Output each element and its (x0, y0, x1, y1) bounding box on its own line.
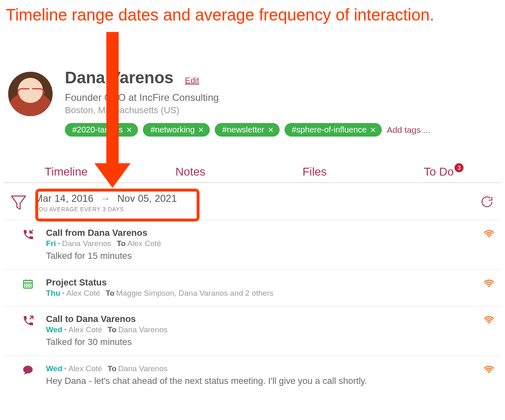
close-icon[interactable]: ✕ (268, 126, 274, 135)
arrow-right-icon: → (101, 193, 110, 204)
tag[interactable]: #newsletter ✕ (215, 123, 279, 137)
timeline-item[interactable]: Project Status Thu•Alex Coté ToMaggie Si… (4, 269, 501, 306)
edit-link[interactable]: Edit (185, 73, 199, 85)
date-range: Mar 14, 2016 → Nov 05, 2021 (34, 193, 471, 204)
item-from: Alex Coté (68, 325, 102, 334)
refresh-icon[interactable] (480, 194, 494, 211)
filter-icon[interactable] (11, 194, 26, 211)
item-day: Wed (46, 325, 62, 334)
todo-badge: 3 (454, 163, 464, 172)
item-to: Dana Varenos (118, 364, 168, 373)
date-start: Mar 14, 2016 (34, 193, 94, 204)
item-from: Dana Varenos (62, 239, 111, 248)
wifi-icon[interactable] (484, 277, 494, 298)
item-from: Alex Coté (66, 289, 100, 297)
timeline-item[interactable]: Call to Dana Varenos Wed•Alex Coté ToDan… (4, 306, 501, 356)
avatar[interactable] (8, 72, 53, 116)
item-title: Call to Dana Varenos (46, 314, 474, 324)
item-to: Alex Coté (127, 239, 161, 248)
item-title: Call from Dana Varenos (46, 228, 474, 238)
item-text: Talked for 15 minutes (46, 251, 474, 261)
chat-icon (22, 363, 36, 386)
wifi-icon[interactable] (484, 363, 494, 386)
item-day: Thu (46, 289, 60, 297)
tag-label: #networking (150, 125, 195, 135)
svg-rect-7 (25, 286, 26, 287)
annotation-text: Timeline range dates and average frequen… (4, 0, 501, 27)
contact-header: Dana Varenos Edit Founder CEO at IncFire… (4, 27, 501, 137)
tab-todo[interactable]: To Do 3 (377, 165, 501, 183)
tag-label: #newsletter (222, 125, 264, 135)
item-text: Talked for 30 minutes (46, 337, 474, 347)
item-from: Alex Coté (68, 364, 102, 373)
svg-rect-5 (27, 284, 28, 285)
annotation-arrow-icon (94, 32, 131, 188)
item-title: Project Status (46, 277, 474, 288)
item-meta: Thu•Alex Coté ToMaggie Simpson, Dana Var… (46, 289, 474, 298)
tag[interactable]: #sphere-of-influence ✕ (285, 123, 382, 137)
item-to-label: To (117, 239, 126, 248)
tag-label: #sphere-of-influence (292, 125, 367, 135)
phone-incoming-icon (22, 228, 36, 261)
svg-rect-4 (25, 284, 26, 285)
calendar-icon (22, 277, 36, 298)
add-tags-link[interactable]: Add tags ... (387, 125, 430, 135)
average-frequency: YOU AVERAGE EVERY 3 DAYS (34, 206, 471, 212)
close-icon[interactable]: ✕ (198, 126, 204, 135)
tag[interactable]: #networking ✕ (143, 123, 210, 137)
item-to-label: To (108, 364, 117, 373)
item-to-label: To (106, 289, 115, 297)
svg-rect-6 (30, 284, 31, 285)
timeline-item[interactable]: Call from Dana Varenos Fri•Dana Varenos … (4, 220, 501, 269)
phone-outgoing-icon (22, 314, 36, 347)
item-day: Wed (46, 364, 62, 373)
item-to-label: To (108, 325, 117, 334)
close-icon[interactable]: ✕ (370, 126, 376, 135)
tab-files[interactable]: Files (252, 165, 377, 183)
date-range-block[interactable]: Mar 14, 2016 → Nov 05, 2021 YOU AVERAGE … (34, 193, 471, 212)
item-to: Maggie Simpson, Dana Varanos and 2 other… (116, 289, 273, 297)
item-meta: Wed•Alex Coté ToDana Varenos (46, 364, 474, 373)
svg-rect-8 (27, 286, 28, 287)
wifi-icon[interactable] (484, 228, 494, 261)
timeline-item[interactable]: Wed•Alex Coté ToDana Varenos Hey Dana - … (4, 356, 501, 395)
item-day: Fri (46, 239, 56, 248)
tab-notes[interactable]: Notes (129, 165, 253, 183)
item-meta: Wed•Alex Coté ToDana Varenos (46, 325, 474, 334)
wifi-icon[interactable] (484, 314, 494, 347)
item-text: Hey Dana - let's chat ahead of the next … (46, 376, 474, 386)
item-to: Dana Varenos (118, 325, 168, 334)
date-end: Nov 05, 2021 (117, 193, 177, 204)
tab-todo-label: To Do (424, 165, 454, 178)
svg-rect-9 (30, 286, 31, 287)
item-meta: Fri•Dana Varenos ToAlex Coté (46, 239, 474, 248)
